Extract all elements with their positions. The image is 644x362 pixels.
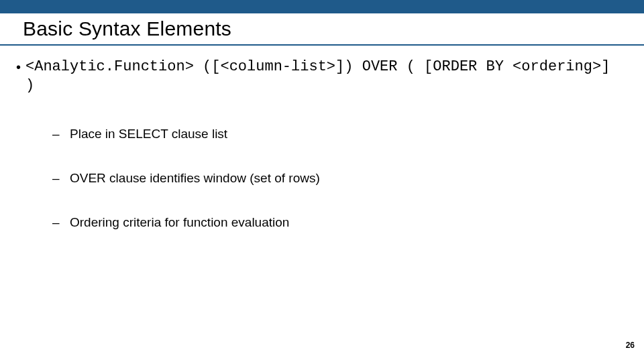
list-item: – OVER clause identifies window (set of … [52,170,617,186]
syntax-text: <Analytic.Function> ([<column-list>]) OV… [25,58,617,95]
dash-icon: – [52,126,70,142]
content-area: • <Analytic.Function> ([<column-list>]) … [15,58,617,259]
slide-title: Basic Syntax Elements [23,17,231,40]
main-bullet: • <Analytic.Function> ([<column-list>]) … [15,58,617,95]
dash-icon: – [52,170,70,186]
dash-icon: – [52,215,70,231]
header-bar [0,0,644,13]
sub-item-text: Ordering criteria for function evaluatio… [70,215,289,231]
sub-bullet-list: – Place in SELECT clause list – OVER cla… [52,126,617,231]
sub-item-text: OVER clause identifies window (set of ro… [70,170,320,186]
title-underline [0,44,644,46]
bullet-icon: • [15,58,25,76]
sub-item-text: Place in SELECT clause list [70,126,227,142]
list-item: – Place in SELECT clause list [52,126,617,142]
page-number: 26 [626,341,635,350]
slide: Basic Syntax Elements • <Analytic.Functi… [0,0,644,362]
list-item: – Ordering criteria for function evaluat… [52,215,617,231]
